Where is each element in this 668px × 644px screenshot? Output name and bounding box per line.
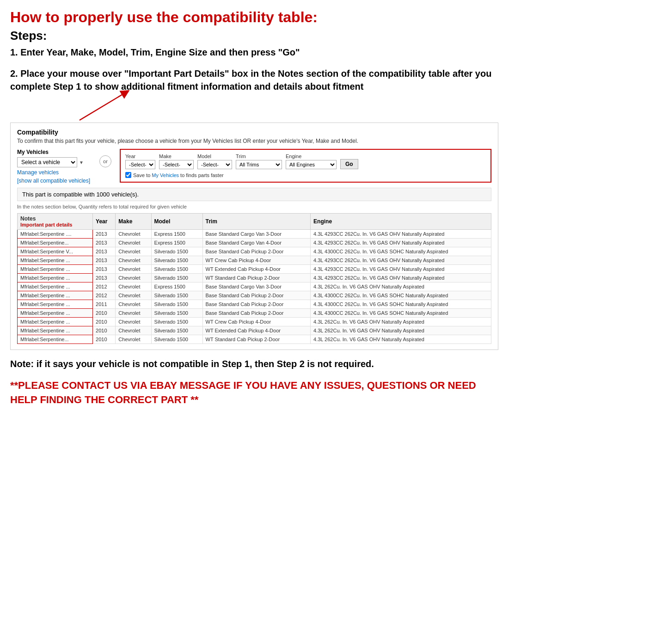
engine-cell: 4.3L 262Cu. In. V6 GAS OHV Naturally Asp… — [311, 326, 491, 335]
engine-cell: 4.3L 4293CC 262Cu. In. V6 GAS OHV Natura… — [311, 230, 491, 239]
note-cell[interactable]: Mfrlabel:Serpentine ... — [18, 309, 93, 318]
trim-cell: WT Standard Cab Pickup 2-Door — [202, 335, 311, 344]
trim-cell: Base Standard Cargo Van 3-Door — [202, 282, 311, 291]
engine-cell: 4.3L 262Cu. In. V6 GAS OHV Naturally Asp… — [311, 318, 491, 326]
year-cell: 2012 — [93, 282, 116, 291]
note-cell[interactable]: Mfrlabel:Serpentine .... — [18, 230, 93, 239]
note-cell[interactable]: Mfrlabel:Serpentine ... — [18, 256, 93, 265]
model-cell: Silverado 1500 — [151, 291, 202, 300]
make-cell: Chevrolet — [116, 274, 151, 282]
make-cell: Chevrolet — [116, 291, 151, 300]
make-cell: Chevrolet — [116, 265, 151, 274]
note-cell[interactable]: Mfrlabel:Serpentine... — [18, 335, 93, 344]
trim-select[interactable]: All Trims — [236, 160, 282, 169]
show-compatible-link[interactable]: [show all compatible vehicles] — [17, 178, 91, 184]
engine-field-group: Engine All Engines — [286, 153, 337, 169]
trim-cell: Base Standard Cab Pickup 2-Door — [202, 309, 311, 318]
model-cell: Silverado 1500 — [151, 247, 202, 256]
year-label: Year — [125, 153, 155, 159]
model-select[interactable]: -Select- — [197, 160, 232, 169]
note-cell[interactable]: Mfrlabel:Serpentine V... — [18, 247, 93, 256]
table-row: Mfrlabel:Serpentine V...2013ChevroletSil… — [18, 247, 491, 256]
trim-cell: Base Standard Cargo Van 3-Door — [202, 230, 311, 239]
note-cell[interactable]: Mfrlabel:Serpentine ... — [18, 274, 93, 282]
select-vehicle-dropdown[interactable]: Select a vehicle — [17, 157, 77, 167]
table-row: Mfrlabel:Serpentine ...2010ChevroletSilv… — [18, 318, 491, 326]
manage-vehicles-link[interactable]: Manage vehicles — [17, 169, 91, 176]
year-select[interactable]: -Select- — [125, 160, 155, 169]
main-title: How to properly use the compatibility ta… — [10, 8, 498, 26]
save-checkbox[interactable] — [125, 172, 131, 178]
compat-subtitle: To confirm that this part fits your vehi… — [17, 138, 491, 144]
make-cell: Chevrolet — [116, 300, 151, 309]
arrow-graphic — [75, 90, 135, 123]
year-cell: 2010 — [93, 335, 116, 344]
note-cell[interactable]: Mfrlabel:Serpentine... — [18, 239, 93, 247]
engine-label: Engine — [286, 153, 337, 159]
table-row: Mfrlabel:Serpentine ...2012ChevroletSilv… — [18, 291, 491, 300]
table-row: Mfrlabel:Serpentine ...2012ChevroletExpr… — [18, 282, 491, 291]
model-cell: Silverado 1500 — [151, 300, 202, 309]
trim-label: Trim — [236, 153, 282, 159]
trim-cell: Base Standard Cab Pickup 2-Door — [202, 300, 311, 309]
trim-cell: WT Crew Cab Pickup 4-Door — [202, 256, 311, 265]
model-field-group: Model -Select- — [197, 153, 232, 169]
steps-heading: Steps: — [10, 29, 498, 43]
year-cell: 2011 — [93, 300, 116, 309]
th-model: Model — [151, 214, 202, 230]
compat-title: Compatibility — [17, 129, 491, 136]
make-cell: Chevrolet — [116, 282, 151, 291]
model-cell: Silverado 1500 — [151, 335, 202, 344]
engine-cell: 4.3L 4293CC 262Cu. In. V6 GAS OHV Natura… — [311, 265, 491, 274]
note-cell[interactable]: Mfrlabel:Serpentine ... — [18, 265, 93, 274]
compat-count: This part is compatible with 1000 vehicl… — [17, 188, 491, 201]
engine-cell: 4.3L 4300CC 262Cu. In. V6 GAS SOHC Natur… — [311, 309, 491, 318]
model-label: Model — [197, 153, 232, 159]
th-year: Year — [93, 214, 116, 230]
engine-cell: 4.3L 4293CC 262Cu. In. V6 GAS OHV Natura… — [311, 239, 491, 247]
svg-line-0 — [80, 92, 126, 120]
table-row: Mfrlabel:Serpentine ...2011ChevroletSilv… — [18, 300, 491, 309]
save-checkbox-row: Save to My Vehicles to finds parts faste… — [125, 172, 486, 178]
table-row: Mfrlabel:Serpentine ...2010ChevroletSilv… — [18, 326, 491, 335]
trim-cell: Base Standard Cargo Van 4-Door — [202, 239, 311, 247]
engine-cell: 4.3L 4300CC 262Cu. In. V6 GAS SOHC Natur… — [311, 300, 491, 309]
go-button[interactable]: Go — [340, 159, 358, 169]
note-text: Note: if it says your vehicle is not com… — [10, 357, 498, 370]
trim-cell: WT Crew Cab Pickup 4-Door — [202, 318, 311, 326]
note-cell[interactable]: Mfrlabel:Serpentine ... — [18, 300, 93, 309]
model-cell: Silverado 1500 — [151, 265, 202, 274]
step1-text: 1. Enter Year, Make, Model, Trim, Engine… — [10, 46, 498, 59]
compatibility-widget: Compatibility To confirm that this part … — [10, 123, 498, 350]
note-cell[interactable]: Mfrlabel:Serpentine ... — [18, 282, 93, 291]
note-cell[interactable]: Mfrlabel:Serpentine ... — [18, 318, 93, 326]
year-cell: 2010 — [93, 326, 116, 335]
table-row: Mfrlabel:Serpentine...2010ChevroletSilve… — [18, 335, 491, 344]
make-select[interactable]: -Select- — [159, 160, 194, 169]
year-cell: 2013 — [93, 239, 116, 247]
table-row: Mfrlabel:Serpentine ...2013ChevroletSilv… — [18, 256, 491, 265]
engine-cell: 4.3L 4293CC 262Cu. In. V6 GAS OHV Natura… — [311, 274, 491, 282]
year-cell: 2013 — [93, 265, 116, 274]
engine-select[interactable]: All Engines — [286, 160, 337, 169]
table-row: Mfrlabel:Serpentine ....2013ChevroletExp… — [18, 230, 491, 239]
note-cell[interactable]: Mfrlabel:Serpentine ... — [18, 291, 93, 300]
trim-cell: WT Extended Cab Pickup 4-Door — [202, 326, 311, 335]
year-cell: 2013 — [93, 274, 116, 282]
make-cell: Chevrolet — [116, 239, 151, 247]
th-trim: Trim — [202, 214, 311, 230]
model-cell: Silverado 1500 — [151, 274, 202, 282]
make-cell: Chevrolet — [116, 318, 151, 326]
table-row: Mfrlabel:Serpentine ...2013ChevroletSilv… — [18, 274, 491, 282]
make-cell: Chevrolet — [116, 230, 151, 239]
year-cell: 2013 — [93, 247, 116, 256]
make-field-group: Make -Select- — [159, 153, 194, 169]
th-make: Make — [116, 214, 151, 230]
engine-cell: 4.3L 262Cu. In. V6 GAS OHV Naturally Asp… — [311, 335, 491, 344]
quantity-note: In the notes section below, Quantity ref… — [17, 204, 491, 209]
note-cell[interactable]: Mfrlabel:Serpentine ... — [18, 326, 93, 335]
my-vehicles-link[interactable]: My Vehicles — [152, 172, 179, 178]
step2-text: 2. Place your mouse over "Important Part… — [10, 67, 498, 93]
model-cell: Express 1500 — [151, 239, 202, 247]
trim-cell: WT Standard Cab Pickup 2-Door — [202, 274, 311, 282]
